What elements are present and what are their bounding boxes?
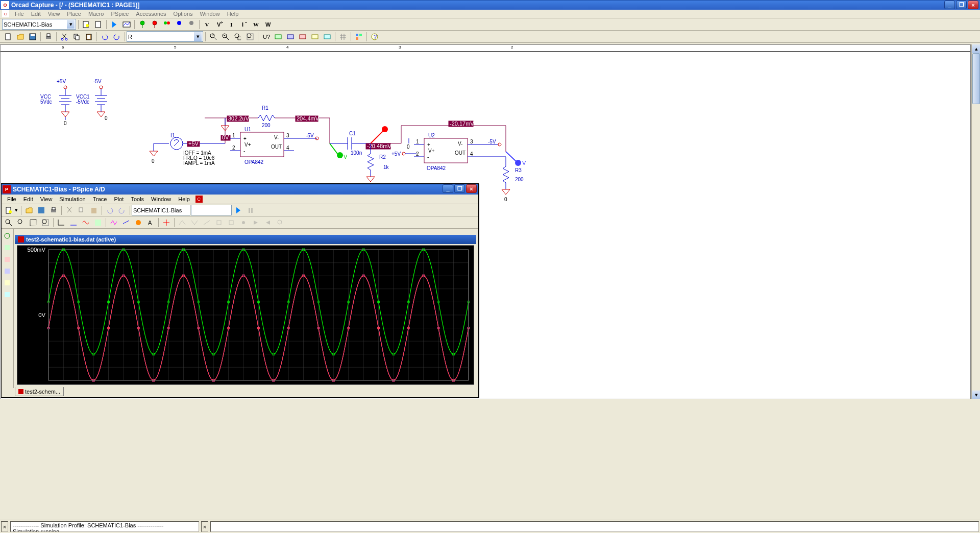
redo-icon[interactable] bbox=[111, 31, 122, 42]
pspice-menu-plot[interactable]: Plot bbox=[110, 196, 127, 203]
bias-i-sub-icon[interactable]: I bbox=[238, 19, 250, 30]
part-combo[interactable]: R ▾ bbox=[127, 31, 203, 42]
vertical-scrollbar[interactable]: ▴ ▾ bbox=[971, 44, 980, 399]
text-icon[interactable]: A bbox=[144, 217, 156, 228]
scroll-up-icon[interactable]: ▴ bbox=[972, 44, 980, 53]
log-y-icon[interactable] bbox=[67, 217, 79, 228]
new-sim-icon[interactable] bbox=[80, 19, 92, 30]
status-close-icon[interactable]: × bbox=[1, 521, 8, 532]
current-marker-icon[interactable] bbox=[149, 19, 160, 30]
netlist-view-icon[interactable] bbox=[2, 242, 12, 253]
pspice-menu-trace[interactable]: Trace bbox=[89, 196, 111, 203]
i1-source[interactable]: 0 I1 IOFF = 1mA FREQ = 10e6 IAMPL = 1mA … bbox=[150, 133, 225, 166]
zoom-out-icon[interactable] bbox=[15, 217, 27, 228]
pspice-pause-icon[interactable] bbox=[244, 205, 256, 215]
pspice-empty-combo[interactable] bbox=[191, 205, 232, 215]
plot-tab[interactable]: test2-schem... bbox=[15, 387, 64, 396]
minimize-button[interactable]: _ bbox=[944, 1, 955, 9]
pspice-close-button[interactable]: × bbox=[466, 184, 477, 193]
pspice-run-icon[interactable] bbox=[232, 205, 244, 215]
bias-i-button[interactable]: I bbox=[226, 19, 237, 30]
zoom-out-icon[interactable]: - bbox=[219, 31, 231, 42]
perf-icon[interactable] bbox=[92, 217, 104, 228]
menu-file[interactable]: File bbox=[11, 10, 28, 17]
pspice-print-icon[interactable] bbox=[47, 205, 59, 215]
close-button[interactable]: × bbox=[968, 1, 978, 9]
pspice-cut-icon[interactable] bbox=[63, 205, 75, 215]
pspice-paste-icon[interactable] bbox=[88, 205, 100, 215]
drc-icon[interactable] bbox=[284, 31, 296, 42]
pspice-menu-help[interactable]: Help bbox=[175, 196, 193, 203]
view-results-icon[interactable] bbox=[120, 19, 132, 30]
menu-place[interactable]: Place bbox=[63, 10, 85, 17]
power-marker-icon[interactable] bbox=[173, 19, 185, 30]
menu-edit[interactable]: Edit bbox=[28, 10, 44, 17]
project-mgr-icon[interactable] bbox=[353, 31, 364, 42]
output-view-icon[interactable] bbox=[2, 254, 12, 264]
u2-opamp[interactable]: U2 1 2 3 4 + - V+ V- OUT OPA842 -5V bbox=[414, 133, 501, 171]
r2-resistor[interactable]: R2 1k 0 bbox=[366, 143, 389, 189]
plot-titlebar[interactable]: test2-schematic1-bias.dat (active) bbox=[15, 235, 476, 244]
watch-view-icon[interactable] bbox=[2, 277, 12, 288]
zoom-fit-icon[interactable] bbox=[244, 31, 256, 42]
bom-icon[interactable] bbox=[321, 31, 333, 42]
pspice-window[interactable]: P SCHEMATIC1-Bias - PSpice A/D _ ❐ × Fil… bbox=[1, 183, 479, 398]
pspice-menu-simulation[interactable]: Simulation bbox=[56, 196, 89, 203]
scrollbar-thumb[interactable] bbox=[972, 53, 980, 104]
back-annotate-icon[interactable] bbox=[272, 31, 284, 42]
edit-sim-icon[interactable] bbox=[92, 19, 104, 30]
bias-v-sub-icon[interactable]: V bbox=[213, 19, 225, 30]
zoom-fit-icon[interactable] bbox=[39, 217, 51, 228]
print-icon[interactable] bbox=[42, 31, 54, 42]
pspice-menu-tools[interactable]: Tools bbox=[127, 196, 148, 203]
pspice-new-icon[interactable] bbox=[3, 205, 14, 215]
new-icon[interactable] bbox=[2, 31, 14, 42]
devices-view-icon[interactable] bbox=[2, 289, 12, 300]
status-close2-icon[interactable]: × bbox=[201, 521, 208, 532]
menu-help[interactable]: Help bbox=[224, 10, 242, 17]
schematic-view-icon[interactable] bbox=[2, 230, 12, 241]
zoom-area-icon[interactable] bbox=[232, 31, 243, 42]
menu-options[interactable]: Options bbox=[170, 10, 197, 17]
help-icon[interactable]: ? bbox=[369, 31, 380, 42]
log-x-icon[interactable] bbox=[55, 217, 67, 228]
zoom-in-icon[interactable]: + bbox=[207, 31, 219, 42]
undo-icon[interactable] bbox=[99, 31, 110, 42]
pspice-undo-icon[interactable] bbox=[104, 205, 115, 215]
zoom-area-icon[interactable] bbox=[27, 217, 39, 228]
paste-icon[interactable] bbox=[83, 31, 94, 42]
eval-goal-icon[interactable] bbox=[120, 217, 132, 228]
pspice-titlebar[interactable]: P SCHEMATIC1-Bias - PSpice A/D _ ❐ × bbox=[2, 184, 478, 195]
menu-view[interactable]: View bbox=[44, 10, 64, 17]
fft-icon[interactable] bbox=[80, 217, 91, 228]
zoom-in-icon[interactable] bbox=[3, 217, 14, 228]
menu-pspice[interactable]: PSpice bbox=[107, 10, 132, 17]
maximize-button[interactable]: ❐ bbox=[956, 1, 967, 9]
menu-window[interactable]: Window bbox=[197, 10, 224, 17]
r1-resistor[interactable]: R1 200 bbox=[258, 105, 275, 128]
pspice-save-icon[interactable] bbox=[35, 205, 47, 215]
pspice-menu-view[interactable]: View bbox=[37, 196, 56, 203]
cut-icon[interactable] bbox=[58, 31, 70, 42]
trace-add-icon[interactable] bbox=[108, 217, 119, 228]
snap-grid-icon[interactable] bbox=[337, 31, 349, 42]
cursor-icon[interactable] bbox=[160, 217, 172, 228]
pspice-maximize-button[interactable]: ❐ bbox=[454, 184, 465, 193]
save-icon[interactable] bbox=[27, 31, 38, 42]
sim-view-icon[interactable] bbox=[2, 265, 12, 276]
scroll-down-icon[interactable]: ▾ bbox=[972, 391, 980, 399]
pspice-menu-window[interactable]: Window bbox=[148, 196, 175, 203]
plot-canvas[interactable]: 500mV0V bbox=[17, 245, 474, 385]
pspice-minimize-button[interactable]: _ bbox=[443, 184, 453, 193]
pspice-profile-combo[interactable]: SCHEMATIC1-Bias bbox=[132, 205, 190, 215]
open-icon[interactable] bbox=[14, 31, 26, 42]
pspice-copy-icon[interactable] bbox=[76, 205, 87, 215]
profile-combo[interactable]: SCHEMATIC1-Bias ▾ bbox=[2, 19, 76, 30]
cross-ref-icon[interactable] bbox=[309, 31, 321, 42]
pspice-open-icon[interactable] bbox=[23, 205, 35, 215]
advanced-marker-icon[interactable] bbox=[185, 19, 197, 30]
pspice-menu-file[interactable]: File bbox=[4, 196, 20, 203]
marker-icon[interactable] bbox=[132, 217, 144, 228]
vcc-source[interactable]: +5V VCC 5Vdc 0 bbox=[40, 79, 71, 126]
bias-v-button[interactable]: V bbox=[201, 19, 213, 30]
